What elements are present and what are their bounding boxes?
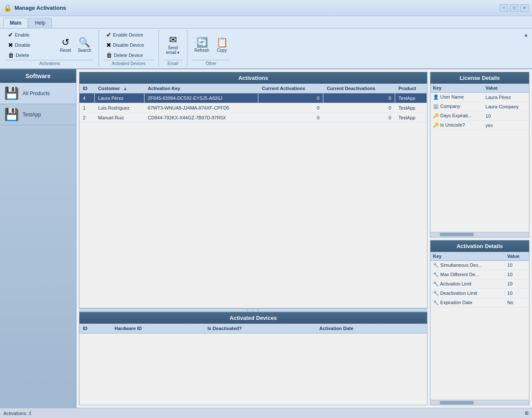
ribbon-group-activations: ✔ Enable ✖ Disable 🗑 Delete bbox=[3, 30, 96, 67]
actdet-cell-key: 🔧 Expiration Date bbox=[430, 298, 504, 307]
license-details-panel: License Details Key Value 👤 User Name La… bbox=[430, 72, 529, 237]
minimize-button[interactable]: − bbox=[500, 4, 508, 12]
enable-device-button[interactable]: ✔ Enable Device bbox=[103, 30, 154, 40]
search-button[interactable]: 🔍 Search bbox=[75, 36, 94, 55]
activation-scrollbar[interactable] bbox=[430, 400, 529, 405]
lic-cell-value: yes bbox=[483, 121, 529, 130]
act-cell-activations: 0 bbox=[258, 93, 323, 103]
act-cell-customer: Luis Rodríguez bbox=[94, 103, 144, 113]
app-icon: 🔒 bbox=[3, 4, 12, 12]
act-cell-key: CD844-792KX-X44GZ-7B97D-97R5X bbox=[144, 113, 258, 123]
lic-row-icon: 👤 bbox=[433, 94, 439, 99]
send-email-button[interactable]: ✉ Sendemail ▾ bbox=[163, 33, 183, 57]
act-col-value: Value bbox=[504, 252, 529, 261]
tab-help[interactable]: Help bbox=[28, 18, 52, 28]
maximize-button[interactable]: □ bbox=[510, 4, 518, 12]
act-cell-activations: 0 bbox=[258, 103, 323, 113]
ribbon-group-email: ✉ Sendemail ▾ Email bbox=[161, 30, 184, 67]
lic-row-icon: 🏢 bbox=[433, 104, 439, 109]
act-cell-deactivations: 0 bbox=[323, 113, 395, 123]
activation-row-0[interactable]: 4 Laura Pérez 2F645-83994-DC592-EYSJ5-A8… bbox=[79, 93, 427, 103]
other-group-label: Other bbox=[192, 60, 231, 67]
lic-row-icon: 🔑 bbox=[433, 122, 439, 127]
app-title: Manage Activations bbox=[14, 5, 66, 11]
tab-main[interactable]: Main bbox=[3, 18, 28, 28]
dev-col-hardware-id[interactable]: Hardware ID bbox=[111, 324, 204, 333]
activation-row-1[interactable]: 1 Luis Rodríguez 67WT3-WNUA8-JJ4MA-874XF… bbox=[79, 103, 427, 113]
dev-col-id[interactable]: ID bbox=[79, 324, 111, 333]
refresh-button[interactable]: 🔄 Refresh bbox=[192, 36, 212, 55]
actdet-row-icon: 🔧 bbox=[433, 263, 439, 268]
ribbon-group-other: 🔄 Refresh 📋 Copy Other bbox=[190, 30, 232, 67]
activations-group-label: Activations bbox=[5, 60, 94, 67]
actdet-row-3: 🔧 Deactivation Limit 10 bbox=[430, 288, 529, 298]
email-icon: ✉ bbox=[169, 35, 177, 45]
actdet-row-icon: 🔧 bbox=[433, 281, 439, 286]
act-col-key: Key bbox=[430, 252, 504, 261]
disable-button[interactable]: ✖ Disable bbox=[5, 40, 56, 50]
act-cell-id: 2 bbox=[79, 113, 94, 123]
activated-devices-header: Activated Devices bbox=[79, 312, 427, 324]
close-button[interactable]: × bbox=[520, 4, 529, 12]
license-scrollbar[interactable] bbox=[430, 232, 529, 237]
lic-cell-value: 10 bbox=[483, 111, 529, 121]
ribbon-group-devices: ✔ Enable Device ✖ Disable Device 🗑 Delet… bbox=[102, 30, 156, 67]
actdet-cell-key: 🔧 Max Different De... bbox=[430, 270, 504, 279]
col-activation-key[interactable]: Activation Key bbox=[144, 84, 258, 93]
activations-table-container[interactable]: ID Customer ▲ Activation Key Current Act… bbox=[79, 84, 427, 308]
enable-device-label: Enable Device bbox=[113, 32, 143, 37]
actdet-cell-value: No bbox=[504, 298, 529, 307]
enable-label: Enable bbox=[15, 32, 29, 37]
col-customer[interactable]: Customer ▲ bbox=[94, 84, 144, 93]
dev-col-date[interactable]: Activation Date bbox=[316, 324, 427, 333]
sidebar-item-testapp[interactable]: 💾 TestApp bbox=[0, 104, 76, 125]
sidebar-title: Software bbox=[0, 69, 76, 83]
enable-button[interactable]: ✔ Enable bbox=[5, 30, 56, 40]
disable-device-button[interactable]: ✖ Disable Device bbox=[103, 40, 154, 50]
reset-icon: ↺ bbox=[62, 38, 69, 47]
actdet-row-2: 🔧 Activation Limit 10 bbox=[430, 279, 529, 288]
copy-button[interactable]: 📋 Copy bbox=[213, 36, 231, 55]
act-cell-activations: 0 bbox=[258, 113, 323, 123]
activated-devices-table-container[interactable]: ID Hardware ID Is Deactivated? Activatio… bbox=[79, 324, 427, 405]
center-panels: Activations ID Customer ▲ Activation Key… bbox=[76, 69, 430, 408]
license-details-table: Key Value 👤 User Name Laura Pérez 🏢 Comp… bbox=[430, 84, 529, 130]
copy-label: Copy bbox=[217, 48, 226, 53]
activated-devices-table: ID Hardware ID Is Deactivated? Activatio… bbox=[79, 324, 427, 333]
email-group-label: Email bbox=[163, 60, 183, 67]
window-controls: − □ × bbox=[500, 4, 529, 12]
delete-button[interactable]: 🗑 Delete bbox=[5, 51, 56, 60]
act-cell-id: 4 bbox=[79, 93, 94, 103]
delete-device-button[interactable]: 🗑 Delete Device bbox=[103, 51, 154, 60]
lic-cell-key: 🔑 Is Unicode? bbox=[430, 121, 483, 130]
sidebar-item-all-products[interactable]: 💾 All Products bbox=[0, 83, 76, 104]
reset-label: Reset bbox=[60, 48, 71, 53]
refresh-label: Refresh bbox=[195, 48, 209, 53]
status-bar: Activations: 3 ⊞ bbox=[0, 408, 532, 418]
activation-details-header: Activation Details bbox=[430, 240, 529, 252]
resize-handle[interactable]: • • • bbox=[79, 308, 427, 312]
lic-row-icon: 🔑 bbox=[433, 113, 439, 118]
title-bar: 🔒 Manage Activations − □ × bbox=[0, 0, 532, 16]
reset-button[interactable]: ↺ Reset bbox=[57, 36, 74, 55]
license-details-table-container: Key Value 👤 User Name Laura Pérez 🏢 Comp… bbox=[430, 84, 529, 232]
delete-label: Delete bbox=[16, 53, 29, 58]
col-current-deactivations[interactable]: Current Deactivations bbox=[323, 84, 395, 93]
actdet-row-1: 🔧 Max Different De... 10 bbox=[430, 270, 529, 279]
sidebar-all-products-label: All Products bbox=[23, 90, 50, 96]
dev-col-deactivated[interactable]: Is Deactivated? bbox=[204, 324, 316, 333]
ribbon-collapse-button[interactable]: ▲ bbox=[524, 32, 529, 38]
col-product[interactable]: Product bbox=[395, 84, 427, 93]
actdet-row-4: 🔧 Expiration Date No bbox=[430, 298, 529, 307]
col-current-activations[interactable]: Current Activations bbox=[258, 84, 323, 93]
act-cell-key: 67WT3-WNUA8-JJ4MA-874XF-CPFD5 bbox=[144, 103, 258, 113]
actdet-row-icon: 🔧 bbox=[433, 300, 439, 305]
sidebar: Software 💾 All Products 💾 TestApp bbox=[0, 69, 76, 408]
actdet-cell-key: 🔧 Activation Limit bbox=[430, 279, 504, 288]
actdet-row-0: 🔧 Simultaneous Dev... 10 bbox=[430, 260, 529, 270]
col-id[interactable]: ID bbox=[79, 84, 94, 93]
activation-row-2[interactable]: 2 Manuel Ruiz CD844-792KX-X44GZ-7B97D-97… bbox=[79, 113, 427, 123]
delete-device-icon: 🗑 bbox=[106, 52, 112, 59]
lic-cell-key: 🏢 Company bbox=[430, 102, 483, 111]
search-icon: 🔍 bbox=[79, 38, 90, 47]
